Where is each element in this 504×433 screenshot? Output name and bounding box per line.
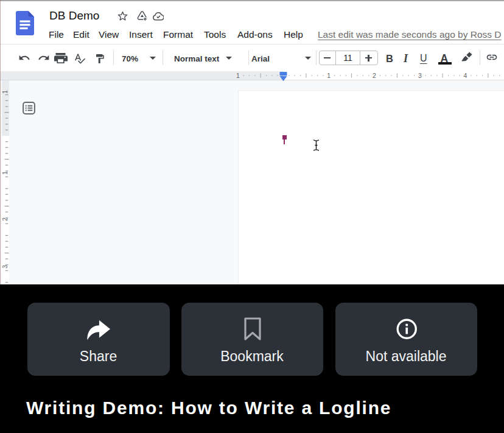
svg-text:1: 1 [236,72,240,79]
svg-text:1: 1 [2,90,9,94]
svg-text:4: 4 [464,72,467,79]
svg-text:3: 3 [2,265,9,269]
svg-text:1: 1 [2,171,9,175]
svg-text:2: 2 [373,72,376,79]
svg-text:2: 2 [2,217,9,221]
svg-text:1: 1 [327,72,331,79]
svg-text:3: 3 [418,72,422,79]
